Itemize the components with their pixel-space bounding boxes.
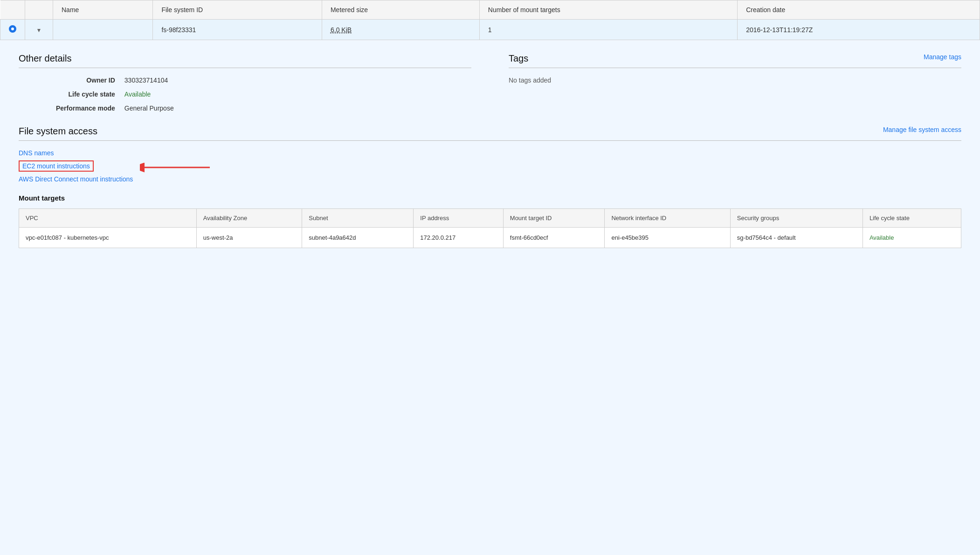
chevron-down-icon: ▼ — [36, 27, 42, 34]
page-wrapper: Name File system ID Metered size Number … — [0, 0, 980, 555]
mount-col-id: Mount target ID — [503, 209, 605, 228]
mount-targets-section: Mount targets VPC Availability Zone Subn… — [19, 194, 961, 248]
mount-row-lifecycle: Available — [863, 228, 961, 248]
metered-size-value: 6.0 KiB — [331, 26, 352, 34]
access-title: File system access — [19, 126, 97, 137]
mount-target-row: vpc-e01fc087 - kubernetes-vpc us-west-2a… — [19, 228, 961, 248]
access-divider — [19, 140, 961, 141]
dns-names-link[interactable]: DNS names — [19, 149, 961, 157]
detail-two-col: Other details Owner ID 330323714104 Life… — [19, 53, 961, 112]
row-filesystemid: fs-98f23331 — [153, 20, 322, 40]
filesystem-table: Name File system ID Metered size Number … — [0, 0, 980, 40]
row-mounttargets: 1 — [479, 20, 737, 40]
mount-col-lifecycle: Life cycle state — [863, 209, 961, 228]
row-chevron[interactable]: ▼ — [25, 20, 53, 40]
mount-col-ip: IP address — [414, 209, 504, 228]
mount-row-sg: sg-bd7564c4 - default — [730, 228, 863, 248]
ec2-link-container: EC2 mount instructions — [19, 160, 961, 172]
direct-connect-link[interactable]: AWS Direct Connect mount instructions — [19, 175, 961, 183]
other-details-title: Other details — [19, 53, 71, 64]
col-meteredsize-header: Metered size — [322, 0, 479, 20]
access-links-container: DNS names EC2 mount instructions — [19, 149, 961, 183]
details-grid: Owner ID 330323714104 Life cycle state A… — [19, 76, 471, 112]
performance-label: Performance mode — [56, 104, 115, 112]
mount-row-vpc: vpc-e01fc087 - kubernetes-vpc — [19, 228, 197, 248]
access-section-header: File system access Manage file system ac… — [19, 126, 961, 137]
tags-section: Tags Manage tags No tags added — [490, 53, 961, 112]
radio-inner — [11, 28, 14, 30]
mount-col-subnet: Subnet — [302, 209, 414, 228]
file-system-access-section: File system access Manage file system ac… — [19, 126, 961, 183]
row-creationdate: 2016-12-13T11:19:27Z — [738, 20, 980, 40]
row-name — [53, 20, 153, 40]
lifecycle-value: Available — [124, 90, 471, 98]
manage-tags-link[interactable]: Manage tags — [924, 53, 961, 61]
col-expand-header — [25, 0, 53, 20]
radio-selected — [9, 25, 16, 33]
owner-id-value: 330323714104 — [124, 76, 471, 84]
filesystem-row[interactable]: ▼ fs-98f23331 6.0 KiB 1 2016-12-13T11:19… — [0, 20, 980, 40]
ec2-link-box: EC2 mount instructions — [19, 160, 94, 172]
mount-row-eni: eni-e45be395 — [605, 228, 730, 248]
row-meteredsize: 6.0 KiB — [322, 20, 479, 40]
col-creationdate-header: Creation date — [738, 0, 980, 20]
mount-row-subnet: subnet-4a9a642d — [302, 228, 414, 248]
performance-value: General Purpose — [124, 104, 471, 112]
ec2-mount-link[interactable]: EC2 mount instructions — [22, 162, 90, 170]
tags-header: Tags Manage tags — [509, 53, 961, 64]
other-details-divider — [19, 68, 471, 68]
mount-row-ip: 172.20.0.217 — [414, 228, 504, 248]
col-select-header — [0, 0, 25, 20]
mount-col-eni: Network interface ID — [605, 209, 730, 228]
mount-col-vpc: VPC — [19, 209, 197, 228]
mount-targets-title: Mount targets — [19, 194, 961, 202]
mount-col-az: Availability Zone — [196, 209, 302, 228]
detail-area: Other details Owner ID 330323714104 Life… — [0, 40, 980, 257]
mount-targets-table: VPC Availability Zone Subnet IP address … — [19, 208, 961, 248]
mount-col-sg: Security groups — [730, 209, 863, 228]
owner-id-label: Owner ID — [56, 76, 115, 84]
tags-divider — [509, 68, 961, 68]
col-mounttargets-header: Number of mount targets — [479, 0, 737, 20]
row-radio[interactable] — [0, 20, 25, 40]
manage-file-system-access-link[interactable]: Manage file system access — [883, 126, 961, 133]
other-details-section: Other details Owner ID 330323714104 Life… — [19, 53, 490, 112]
other-details-header: Other details — [19, 53, 471, 64]
mount-row-id: fsmt-66cd0ecf — [503, 228, 605, 248]
col-name-header: Name — [53, 0, 153, 20]
mount-row-az: us-west-2a — [196, 228, 302, 248]
lifecycle-label: Life cycle state — [56, 90, 115, 98]
col-filesystemid-header: File system ID — [153, 0, 322, 20]
tags-title: Tags — [509, 53, 528, 64]
no-tags-text: No tags added — [509, 76, 961, 84]
